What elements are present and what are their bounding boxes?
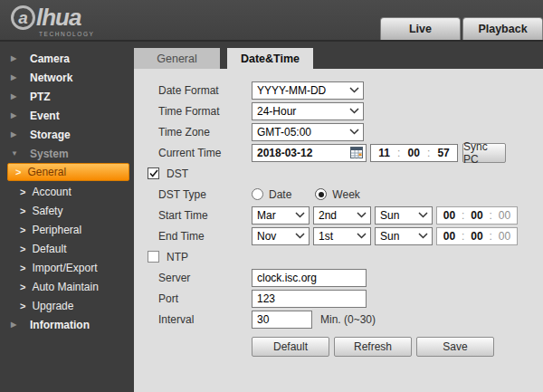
chevron-down-icon bbox=[357, 233, 367, 239]
server-label: Server bbox=[158, 272, 252, 284]
time-zone-label: Time Zone bbox=[158, 126, 252, 139]
dst-type-date-label: Date bbox=[269, 188, 291, 201]
sidebar-item-default[interactable]: > Default bbox=[0, 239, 134, 258]
dst-type-date-radio[interactable] bbox=[252, 188, 263, 200]
sidebar-item-import-export[interactable]: > Import/Export bbox=[0, 258, 134, 277]
live-button[interactable]: Live bbox=[380, 17, 461, 40]
playback-button[interactable]: Playback bbox=[462, 17, 543, 40]
server-input[interactable] bbox=[252, 269, 367, 287]
arrow-right-icon: ▶ bbox=[11, 111, 24, 120]
sidebar-item-storage[interactable]: ▶ Storage bbox=[0, 125, 134, 144]
time-format-row: Time Format 24-Hour bbox=[134, 100, 543, 121]
current-second: 57 bbox=[437, 147, 449, 159]
server-row: Server bbox=[134, 267, 543, 288]
sidebar: ▶ Camera ▶ Network ▶ PTZ ▶ Event ▶ Stora… bbox=[0, 43, 134, 392]
sidebar-item-upgrade[interactable]: > Upgrade bbox=[0, 296, 134, 315]
sub-arrow-icon: > bbox=[20, 244, 25, 254]
sidebar-item-general[interactable]: > General bbox=[7, 163, 129, 181]
current-date-field[interactable]: 2018-03-12 bbox=[252, 144, 367, 162]
start-day-select[interactable]: Sun bbox=[375, 206, 433, 225]
end-month-select[interactable]: Nov bbox=[252, 227, 310, 245]
chevron-down-icon bbox=[295, 233, 305, 239]
dahua-logo: a lhua TECHNOLOGY bbox=[11, 4, 95, 37]
actions-row: Default Refresh Save bbox=[134, 336, 543, 357]
sidebar-item-label: Storage bbox=[30, 129, 71, 141]
dahua-logo-icon: a bbox=[11, 5, 35, 30]
sync-pc-button[interactable]: Sync PC bbox=[462, 143, 506, 163]
arrow-right-icon: ▶ bbox=[11, 130, 24, 139]
save-button[interactable]: Save bbox=[416, 337, 494, 357]
refresh-button[interactable]: Refresh bbox=[334, 337, 412, 357]
chevron-down-icon bbox=[349, 129, 359, 135]
arrow-right-icon: ▶ bbox=[11, 54, 24, 62]
sub-arrow-icon: > bbox=[20, 282, 25, 292]
current-time-label: Current Time bbox=[158, 147, 252, 159]
date-format-label: Date Format bbox=[158, 84, 252, 97]
sidebar-item-peripheral[interactable]: > Peripheral bbox=[0, 220, 134, 239]
sidebar-item-auto-maintain[interactable]: > Auto Maintain bbox=[0, 277, 134, 296]
interval-input[interactable] bbox=[252, 311, 312, 329]
end-day-select[interactable]: Sun bbox=[375, 227, 433, 245]
sidebar-item-label: Default bbox=[32, 243, 66, 255]
time-zone-select[interactable]: GMT-05:00 bbox=[252, 123, 364, 141]
sub-arrow-icon: > bbox=[20, 186, 25, 197]
current-hour: 11 bbox=[378, 147, 390, 159]
dahua-logo-subtext: TECHNOLOGY bbox=[39, 31, 95, 37]
default-button[interactable]: Default bbox=[252, 337, 329, 357]
sidebar-item-event[interactable]: ▶ Event bbox=[0, 106, 134, 125]
sidebar-item-information[interactable]: ▶ Information bbox=[0, 315, 134, 334]
sidebar-item-label: Upgrade bbox=[32, 300, 73, 312]
end-month-value: Nov bbox=[257, 230, 276, 243]
sidebar-item-ptz[interactable]: ▶ PTZ bbox=[0, 87, 134, 106]
dst-type-week-radio[interactable] bbox=[315, 188, 327, 200]
chevron-down-icon bbox=[418, 233, 428, 239]
sub-arrow-icon: > bbox=[20, 225, 25, 235]
end-week-select[interactable]: 1st bbox=[313, 227, 371, 245]
sidebar-item-network[interactable]: ▶ Network bbox=[0, 68, 134, 87]
port-label: Port bbox=[158, 292, 252, 305]
dst-row: DST bbox=[134, 163, 543, 184]
start-second: 00 bbox=[499, 209, 510, 222]
current-time-field[interactable]: 11 : 00 : 57 bbox=[370, 144, 458, 162]
current-time-row: Current Time 2018-03-12 11 : 00 : 57 bbox=[134, 142, 543, 163]
time-format-label: Time Format bbox=[158, 105, 252, 118]
sidebar-item-system[interactable]: ▼ System bbox=[0, 144, 134, 163]
date-format-select[interactable]: YYYY-MM-DD bbox=[252, 81, 364, 100]
interval-row: Interval Min. (0~30) bbox=[134, 309, 543, 330]
sub-arrow-icon: > bbox=[20, 301, 25, 311]
chevron-down-icon bbox=[295, 212, 305, 218]
date-format-value: YYYY-MM-DD bbox=[257, 84, 326, 97]
end-time-field[interactable]: 00 : 00 : 00 bbox=[436, 227, 518, 245]
calendar-icon[interactable] bbox=[350, 147, 363, 158]
tab-general[interactable]: General bbox=[134, 48, 220, 69]
start-time-label: Start Time bbox=[158, 209, 252, 222]
sidebar-item-safety[interactable]: > Safety bbox=[0, 201, 134, 220]
date-time-panel: Date Format YYYY-MM-DD Time Format 24-Ho… bbox=[134, 69, 543, 392]
colon-separator: : bbox=[462, 230, 464, 243]
current-date-value: 2018-03-12 bbox=[257, 147, 312, 159]
chevron-down-icon bbox=[349, 108, 359, 114]
chevron-down-icon bbox=[418, 212, 428, 218]
start-week-select[interactable]: 2nd bbox=[313, 206, 371, 225]
sidebar-item-account[interactable]: > Account bbox=[0, 182, 134, 201]
sidebar-item-label: Camera bbox=[30, 53, 70, 65]
date-format-row: Date Format YYYY-MM-DD bbox=[134, 80, 543, 100]
sidebar-item-label: Information bbox=[30, 319, 90, 331]
port-input[interactable] bbox=[252, 290, 367, 308]
current-minute: 00 bbox=[407, 147, 419, 159]
interval-label: Interval bbox=[158, 313, 252, 326]
ntp-checkbox[interactable] bbox=[148, 251, 159, 263]
dst-type-label: DST Type bbox=[158, 188, 252, 201]
time-format-select[interactable]: 24-Hour bbox=[252, 102, 364, 120]
chevron-down-icon bbox=[349, 87, 359, 93]
tab-bar: General Date&Time bbox=[134, 48, 543, 69]
arrow-down-icon: ▼ bbox=[11, 149, 24, 158]
sidebar-item-camera[interactable]: ▶ Camera bbox=[0, 49, 134, 68]
dst-checkbox[interactable] bbox=[148, 167, 159, 179]
start-time-field[interactable]: 00 : 00 : 00 bbox=[436, 206, 518, 225]
tab-date-time[interactable]: Date&Time bbox=[227, 48, 313, 69]
sub-arrow-icon: > bbox=[20, 206, 25, 216]
start-month-select[interactable]: Mar bbox=[252, 206, 310, 225]
end-day-value: Sun bbox=[380, 230, 399, 243]
ntp-label: NTP bbox=[167, 251, 188, 263]
